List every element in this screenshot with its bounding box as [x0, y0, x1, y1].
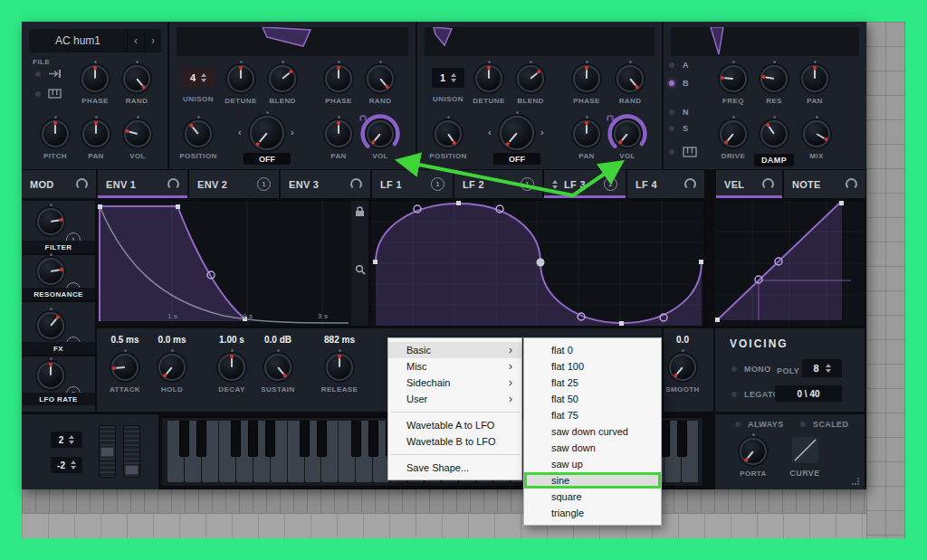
tab-lf-4[interactable]: LF 4 [627, 170, 704, 198]
menu-item-sidechain[interactable]: Sidechain› [388, 375, 521, 391]
knob-mix[interactable]: MIX [790, 116, 843, 160]
preset-selector[interactable]: AC hum1 ‹ › [29, 29, 161, 52]
filter-route-b[interactable]: B [669, 78, 689, 89]
submenu-item-square[interactable]: square [524, 489, 661, 505]
submenu-item-saw-down[interactable]: saw down [524, 440, 661, 456]
tab-lf-3[interactable]: LF 32 [544, 170, 626, 198]
menu-item-wavetable-b-to-lfo[interactable]: Wavetable B to LFO [388, 433, 521, 450]
menu-item-wavetable-a-to-lfo[interactable]: Wavetable A to LFO [388, 417, 521, 433]
piano-key-black[interactable] [248, 421, 258, 457]
tab-env-2[interactable]: ENV 21 [189, 170, 279, 198]
preset-next-button[interactable]: › [144, 29, 161, 52]
spinner-icon[interactable] [552, 180, 558, 189]
pitch-wheel-handle[interactable] [100, 447, 114, 457]
knob-vol[interactable]: VOL [354, 116, 406, 160]
poly-stepper[interactable]: 8 [802, 359, 842, 377]
knob-smooth[interactable]: 0.0SMOOTH [656, 335, 709, 394]
piano-key-black[interactable] [317, 421, 327, 457]
stepper-arrows-icon[interactable] [69, 435, 74, 444]
mode-a-value[interactable]: OFF [244, 153, 291, 165]
preset-prev-button[interactable]: ‹ [127, 29, 144, 52]
knob-release[interactable]: 882 msRELEASE [313, 335, 366, 394]
submenu-item-saw-down-curved[interactable]: saw down curved [524, 423, 661, 440]
knob-vol[interactable]: VOL [111, 116, 164, 160]
submenu-item-triangle[interactable]: triangle [524, 505, 661, 521]
knob-lfo-rate[interactable]: 2 [24, 357, 77, 389]
knob-blend[interactable]: BLEND [256, 61, 309, 105]
tab-env-3[interactable]: ENV 3 [281, 170, 370, 198]
submenu-item-saw-up[interactable]: saw up [524, 456, 661, 472]
porta-always-option[interactable]: ALWAYS [735, 420, 784, 429]
unison-b-stepper[interactable]: 1 [432, 68, 464, 88]
stepper-arrows-icon[interactable] [451, 73, 456, 82]
knob-rand[interactable]: RAND [604, 61, 656, 105]
submenu-item-sine[interactable]: sine [524, 472, 661, 489]
menu-item-misc[interactable]: Misc› [388, 358, 521, 375]
preset-name[interactable]: AC hum1 [29, 29, 127, 52]
tab-lf-1[interactable]: LF 11 [372, 170, 453, 198]
pitch-wheel[interactable] [99, 425, 116, 478]
piano-key-black[interactable] [231, 421, 241, 457]
stepper-arrows-icon[interactable] [71, 460, 76, 470]
porta-curve-editor[interactable] [792, 437, 818, 463]
menu-item-save-shape[interactable]: Save Shape... [388, 460, 521, 476]
stepper-arrows-icon[interactable] [826, 364, 831, 373]
submenu-item-flat-75[interactable]: flat 75 [524, 407, 661, 423]
knob-knob[interactable] [491, 111, 543, 150]
stepper-arrows-icon[interactable] [201, 73, 206, 82]
porta-scaled-option[interactable]: SCALED [800, 420, 848, 429]
filter-preview[interactable] [671, 27, 859, 56]
tab-env-1[interactable]: ENV 1 [98, 170, 187, 198]
filter-route-s[interactable]: S [669, 123, 688, 134]
unison-a-stepper[interactable]: 4 [182, 68, 215, 88]
knob-knob[interactable] [241, 111, 293, 150]
knob-vol[interactable]: VOL [601, 116, 654, 160]
piano-key-black[interactable] [677, 421, 687, 457]
piano-key-black[interactable] [196, 421, 206, 457]
submenu-item-flat-25[interactable]: flat 25 [524, 375, 661, 391]
knob-pan[interactable]: PAN [788, 61, 841, 105]
filter-route-n[interactable]: N [669, 107, 689, 118]
piano-key-black[interactable] [179, 421, 189, 457]
porta-time-display[interactable]: 0 \ 40 [775, 385, 842, 402]
knob-blend[interactable]: BLEND [504, 61, 557, 105]
tab-lf-2[interactable]: LF 21 [454, 170, 542, 198]
filter-route-a[interactable]: A [669, 60, 689, 71]
velocity-curve-display[interactable] [715, 201, 865, 326]
filter-keytrack[interactable] [669, 147, 697, 157]
piano-key-black[interactable] [351, 421, 361, 457]
knob-decay[interactable]: 1.00 sDECAY [205, 335, 258, 394]
knob-attack[interactable]: 0.5 msATTACK [99, 335, 151, 394]
knob-resonance[interactable]: 1 [24, 253, 77, 285]
tab-note[interactable]: NOTE [784, 170, 865, 198]
tab-mod[interactable]: MOD [22, 170, 96, 198]
knob-fx[interactable]: 4 [24, 308, 77, 339]
piano-key-black[interactable] [265, 421, 275, 457]
submenu-item-flat-100[interactable]: flat 100 [524, 358, 661, 375]
tab-vel[interactable]: VEL [716, 170, 782, 198]
resize-grip[interactable] [852, 478, 859, 485]
lock-icon[interactable] [355, 206, 365, 217]
lfo-shape-display[interactable] [371, 201, 703, 326]
legato-option[interactable]: LEGATO [731, 390, 779, 399]
menu-item-basic[interactable]: Basic› [388, 342, 521, 358]
knob-hold[interactable]: 0.0 msHOLD [146, 335, 198, 394]
knob-rand[interactable]: RAND [354, 61, 406, 105]
menu-item-user[interactable]: User› [388, 391, 521, 407]
wavetable-b-preview[interactable] [425, 27, 655, 56]
envelope-display[interactable]: 1 s 2 s 3 s [97, 201, 368, 326]
knob-porta[interactable]: PORTA [727, 433, 779, 478]
bend-up-stepper[interactable]: 2 [51, 432, 82, 448]
mod-wheel-handle[interactable] [125, 465, 139, 475]
submenu-item-flat-50[interactable]: flat 50 [524, 391, 661, 407]
knob-filter[interactable]: 1 [24, 204, 77, 235]
retrigger-option[interactable] [35, 69, 62, 79]
knob-position[interactable]: POSITION [172, 116, 225, 160]
submenu-item-flat-0[interactable]: flat 0 [524, 342, 661, 358]
knob-position[interactable]: POSITION [422, 116, 474, 160]
mode-b-value[interactable]: OFF [493, 153, 540, 165]
piano-key-black[interactable] [300, 421, 310, 457]
piano-key-black[interactable] [368, 421, 378, 457]
zoom-icon[interactable] [355, 264, 366, 275]
bend-down-stepper[interactable]: -2 [51, 457, 82, 473]
